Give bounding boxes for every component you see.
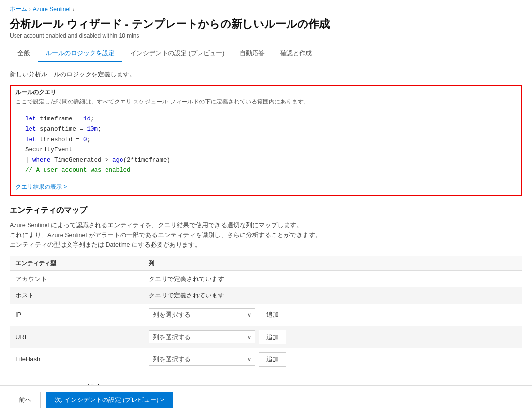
entity-value-cell[interactable]: 列を選択する追加 <box>143 348 522 370</box>
section-intro: 新しい分析ルールのロジックを定義します。 <box>10 70 522 79</box>
entity-type-cell: ホスト <box>10 287 143 304</box>
entity-select-url[interactable]: 列を選択する <box>149 330 255 343</box>
tab-bar: 全般ルールのロジックを設定インシデントの設定 (プレビュー)自動応答確認と作成 <box>0 45 532 62</box>
query-hint: ここで設定した時間の詳細は、すべてクエリ スケジュール フィールドの下に定義され… <box>11 98 521 109</box>
entity-section-title: エンティティのマップ <box>10 206 522 216</box>
breadcrumb-sep2: › <box>73 6 75 12</box>
entity-type-cell: アカウント <box>10 270 143 287</box>
tab-review[interactable]: 確認と作成 <box>273 45 319 62</box>
entity-select-ip[interactable]: 列を選択する <box>149 308 255 321</box>
entity-select-filehash[interactable]: 列を選択する <box>149 353 255 366</box>
query-label: ルールのクエリ <box>11 86 521 98</box>
page-title: 分析ルール ウィザード - テンプレートからの新しいルールの作成 <box>10 17 522 31</box>
page-subtitle: User account enabled and disabled within… <box>10 32 522 39</box>
prev-button[interactable]: 前へ <box>10 392 41 408</box>
table-row: URL列を選択する追加 <box>10 326 522 348</box>
table-row: FileHash列を選択する追加 <box>10 348 522 370</box>
add-button-ip[interactable]: 追加 <box>259 308 286 322</box>
query-section: ルールのクエリ ここで設定した時間の詳細は、すべてクエリ スケジュール フィール… <box>10 85 522 196</box>
tab-general[interactable]: 全般 <box>10 45 38 62</box>
tab-incident[interactable]: インシデントの設定 (プレビュー) <box>122 45 232 62</box>
tab-automation[interactable]: 自動応答 <box>232 45 273 62</box>
entity-value-cell[interactable]: 列を選択する追加 <box>143 304 522 326</box>
breadcrumb-sep1: › <box>29 6 31 12</box>
query-line: SecurityEvent <box>25 145 507 155</box>
table-row: アカウントクエリで定義されています <box>10 270 522 287</box>
query-line: let threshold = 0; <box>25 135 507 145</box>
query-editor[interactable]: let timeframe = 1d;let spanoftime = 10m;… <box>11 109 521 181</box>
col-header-list: 列 <box>143 256 522 271</box>
entity-type-cell: IP <box>10 304 143 326</box>
query-results-link[interactable]: クエリ結果の表示 > <box>11 181 72 195</box>
entity-section: エンティティのマップ Azure Sentinel によって認識されるエンティテ… <box>10 206 522 370</box>
breadcrumb: ホーム › Azure Sentinel › <box>0 0 532 15</box>
entity-type-cell: FileHash <box>10 348 143 370</box>
entity-section-desc: Azure Sentinel によって認識されるエンティティを、クエリ結果で使用… <box>10 221 522 250</box>
next-button[interactable]: 次: インシデントの設定 (プレビュー) > <box>46 392 173 408</box>
breadcrumb-home[interactable]: ホーム <box>10 5 27 13</box>
query-line: // A user account was enabled <box>25 165 507 176</box>
tab-logic[interactable]: ルールのロジックを設定 <box>38 45 122 62</box>
query-line: let timeframe = 1d; <box>25 114 507 124</box>
add-button-url[interactable]: 追加 <box>259 330 286 344</box>
query-line: let spanoftime = 10m; <box>25 124 507 134</box>
query-line: | where TimeGenerated > ago(2*timeframe) <box>25 155 507 165</box>
breadcrumb-sentinel[interactable]: Azure Sentinel <box>33 6 71 13</box>
table-row: ホストクエリで定義されています <box>10 287 522 304</box>
col-header-type: エンティティ型 <box>10 256 143 271</box>
page-header: 分析ルール ウィザード - テンプレートからの新しいルールの作成 User ac… <box>0 15 532 45</box>
entity-value-cell[interactable]: 列を選択する追加 <box>143 326 522 348</box>
entity-value-cell: クエリで定義されています <box>143 270 522 287</box>
add-button-filehash[interactable]: 追加 <box>259 352 286 367</box>
entity-value-cell: クエリで定義されています <box>143 287 522 304</box>
table-row: IP列を選択する追加 <box>10 304 522 326</box>
entity-type-cell: URL <box>10 326 143 348</box>
entity-table: エンティティ型 列 アカウントクエリで定義されていますホストクエリで定義されてい… <box>10 256 522 370</box>
footer-bar: 前へ 次: インシデントの設定 (プレビュー) > <box>0 385 532 414</box>
